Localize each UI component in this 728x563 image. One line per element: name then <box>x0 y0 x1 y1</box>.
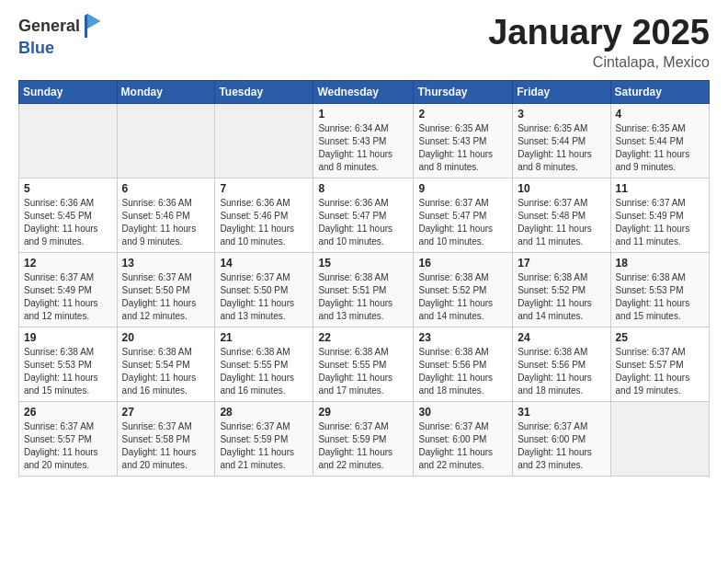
calendar-cell: 25Sunrise: 6:37 AMSunset: 5:57 PMDayligh… <box>610 327 709 401</box>
day-number: 24 <box>518 331 605 344</box>
calendar-cell: 12Sunrise: 6:37 AMSunset: 5:49 PMDayligh… <box>19 252 118 327</box>
calendar-week-3: 12Sunrise: 6:37 AMSunset: 5:49 PMDayligh… <box>19 252 710 327</box>
calendar-cell: 31Sunrise: 6:37 AMSunset: 6:00 PMDayligh… <box>513 401 610 476</box>
calendar-cell: 30Sunrise: 6:37 AMSunset: 6:00 PMDayligh… <box>414 401 513 476</box>
calendar-cell: 8Sunrise: 6:36 AMSunset: 5:47 PMDaylight… <box>313 178 414 252</box>
day-number: 19 <box>24 331 112 344</box>
calendar-cell: 22Sunrise: 6:38 AMSunset: 5:55 PMDayligh… <box>313 327 414 401</box>
logo-flag-icon <box>82 14 104 40</box>
calendar-cell: 26Sunrise: 6:37 AMSunset: 5:57 PMDayligh… <box>19 401 118 476</box>
calendar-cell: 9Sunrise: 6:37 AMSunset: 5:47 PMDaylight… <box>414 178 513 252</box>
calendar-cell: 3Sunrise: 6:35 AMSunset: 5:44 PMDaylight… <box>513 103 610 178</box>
day-info: Sunrise: 6:37 AMSunset: 5:50 PMDaylight:… <box>220 271 308 323</box>
day-number: 9 <box>418 182 507 195</box>
day-info: Sunrise: 6:37 AMSunset: 5:59 PMDaylight:… <box>318 420 408 472</box>
day-number: 6 <box>122 182 210 195</box>
calendar-cell: 23Sunrise: 6:38 AMSunset: 5:56 PMDayligh… <box>414 327 513 401</box>
day-info: Sunrise: 6:37 AMSunset: 5:57 PMDaylight:… <box>616 346 704 397</box>
day-info: Sunrise: 6:38 AMSunset: 5:53 PMDaylight:… <box>24 346 112 397</box>
calendar-cell: 5Sunrise: 6:36 AMSunset: 5:45 PMDaylight… <box>19 178 118 252</box>
day-number: 11 <box>616 182 704 195</box>
day-number: 27 <box>122 406 210 419</box>
month-title: January 2025 <box>488 14 710 52</box>
day-info: Sunrise: 6:37 AMSunset: 6:00 PMDaylight:… <box>418 420 507 472</box>
day-info: Sunrise: 6:37 AMSunset: 5:59 PMDaylight:… <box>220 420 308 472</box>
calendar-cell: 14Sunrise: 6:37 AMSunset: 5:50 PMDayligh… <box>215 252 313 327</box>
day-number: 17 <box>518 257 605 270</box>
calendar-cell: 15Sunrise: 6:38 AMSunset: 5:51 PMDayligh… <box>313 252 414 327</box>
day-info: Sunrise: 6:37 AMSunset: 5:47 PMDaylight:… <box>418 197 507 248</box>
day-info: Sunrise: 6:37 AMSunset: 5:49 PMDaylight:… <box>616 197 704 248</box>
day-number: 7 <box>220 182 308 195</box>
weekday-monday: Monday <box>117 80 215 103</box>
day-number: 4 <box>616 108 704 121</box>
weekday-tuesday: Tuesday <box>215 80 313 103</box>
calendar-week-2: 5Sunrise: 6:36 AMSunset: 5:45 PMDaylight… <box>19 178 710 252</box>
weekday-thursday: Thursday <box>414 80 513 103</box>
day-info: Sunrise: 6:38 AMSunset: 5:56 PMDaylight:… <box>418 346 507 397</box>
calendar-cell: 19Sunrise: 6:38 AMSunset: 5:53 PMDayligh… <box>19 327 118 401</box>
header: General Blue January 2025 Cintalapa, Mex… <box>18 14 710 71</box>
day-info: Sunrise: 6:37 AMSunset: 5:50 PMDaylight:… <box>122 271 210 323</box>
day-number: 10 <box>518 182 605 195</box>
day-number: 1 <box>318 108 408 121</box>
day-number: 22 <box>318 331 408 344</box>
calendar-week-4: 19Sunrise: 6:38 AMSunset: 5:53 PMDayligh… <box>19 327 710 401</box>
page: General Blue January 2025 Cintalapa, Mex… <box>0 0 728 563</box>
day-number: 12 <box>24 257 112 270</box>
calendar-body: 1Sunrise: 6:34 AMSunset: 5:43 PMDaylight… <box>19 103 710 476</box>
calendar-cell: 20Sunrise: 6:38 AMSunset: 5:54 PMDayligh… <box>117 327 215 401</box>
day-info: Sunrise: 6:38 AMSunset: 5:52 PMDaylight:… <box>518 271 605 323</box>
weekday-sunday: Sunday <box>19 80 118 103</box>
calendar-cell: 21Sunrise: 6:38 AMSunset: 5:55 PMDayligh… <box>215 327 313 401</box>
day-info: Sunrise: 6:36 AMSunset: 5:45 PMDaylight:… <box>24 197 112 248</box>
logo-row: General <box>18 14 104 40</box>
logo-block: General Blue <box>18 14 104 58</box>
calendar-cell: 27Sunrise: 6:37 AMSunset: 5:58 PMDayligh… <box>117 401 215 476</box>
calendar-cell: 24Sunrise: 6:38 AMSunset: 5:56 PMDayligh… <box>513 327 610 401</box>
calendar-cell <box>19 103 118 178</box>
svg-marker-1 <box>87 14 100 29</box>
title-block: January 2025 Cintalapa, Mexico <box>488 14 710 71</box>
day-number: 18 <box>616 257 704 270</box>
day-number: 16 <box>418 257 507 270</box>
calendar-cell: 28Sunrise: 6:37 AMSunset: 5:59 PMDayligh… <box>215 401 313 476</box>
day-info: Sunrise: 6:35 AMSunset: 5:44 PMDaylight:… <box>616 122 704 174</box>
calendar-week-1: 1Sunrise: 6:34 AMSunset: 5:43 PMDaylight… <box>19 103 710 178</box>
day-info: Sunrise: 6:38 AMSunset: 5:51 PMDaylight:… <box>318 271 408 323</box>
day-number: 3 <box>518 108 605 121</box>
calendar-cell: 1Sunrise: 6:34 AMSunset: 5:43 PMDaylight… <box>313 103 414 178</box>
calendar-cell: 4Sunrise: 6:35 AMSunset: 5:44 PMDaylight… <box>610 103 709 178</box>
day-info: Sunrise: 6:37 AMSunset: 5:57 PMDaylight:… <box>24 420 112 472</box>
calendar-cell <box>215 103 313 178</box>
day-info: Sunrise: 6:38 AMSunset: 5:52 PMDaylight:… <box>418 271 507 323</box>
calendar-cell <box>610 401 709 476</box>
day-number: 31 <box>518 406 605 419</box>
day-info: Sunrise: 6:38 AMSunset: 5:56 PMDaylight:… <box>518 346 605 397</box>
day-info: Sunrise: 6:35 AMSunset: 5:44 PMDaylight:… <box>518 122 605 174</box>
day-info: Sunrise: 6:38 AMSunset: 5:55 PMDaylight:… <box>318 346 408 397</box>
logo-blue-text: Blue <box>18 40 104 58</box>
day-info: Sunrise: 6:36 AMSunset: 5:46 PMDaylight:… <box>122 197 210 248</box>
calendar-table: SundayMondayTuesdayWednesdayThursdayFrid… <box>18 80 710 477</box>
weekday-saturday: Saturday <box>610 80 709 103</box>
day-number: 21 <box>220 331 308 344</box>
day-info: Sunrise: 6:37 AMSunset: 5:49 PMDaylight:… <box>24 271 112 323</box>
day-info: Sunrise: 6:37 AMSunset: 5:48 PMDaylight:… <box>518 197 605 248</box>
day-number: 14 <box>220 257 308 270</box>
day-number: 8 <box>318 182 408 195</box>
calendar-cell: 13Sunrise: 6:37 AMSunset: 5:50 PMDayligh… <box>117 252 215 327</box>
day-info: Sunrise: 6:38 AMSunset: 5:54 PMDaylight:… <box>122 346 210 397</box>
day-number: 28 <box>220 406 308 419</box>
day-info: Sunrise: 6:36 AMSunset: 5:47 PMDaylight:… <box>318 197 408 248</box>
location: Cintalapa, Mexico <box>488 54 710 71</box>
logo: General Blue <box>18 14 104 58</box>
day-info: Sunrise: 6:36 AMSunset: 5:46 PMDaylight:… <box>220 197 308 248</box>
day-info: Sunrise: 6:35 AMSunset: 5:43 PMDaylight:… <box>418 122 507 174</box>
calendar-cell: 11Sunrise: 6:37 AMSunset: 5:49 PMDayligh… <box>610 178 709 252</box>
day-number: 23 <box>418 331 507 344</box>
day-number: 30 <box>418 406 507 419</box>
day-number: 15 <box>318 257 408 270</box>
day-info: Sunrise: 6:37 AMSunset: 5:58 PMDaylight:… <box>122 420 210 472</box>
calendar-header: SundayMondayTuesdayWednesdayThursdayFrid… <box>19 80 710 103</box>
